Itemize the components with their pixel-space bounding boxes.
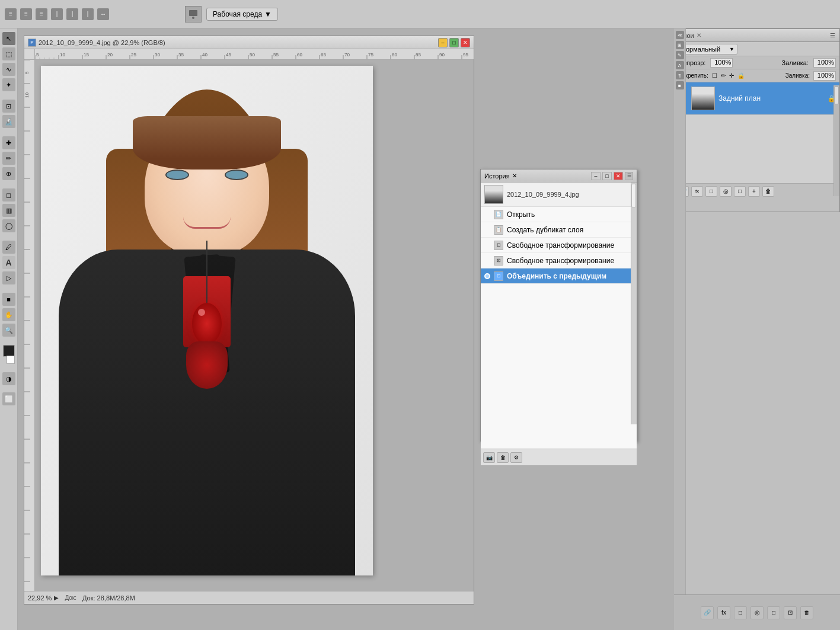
svg-text:35: 35 (178, 52, 184, 57)
left-toolbar: ↖ ⬚ ∿ ✦ ⊡ 🔬 ✚ ✏ ⊕ ◻ ▥ ◯ 🖊 A ▷ ■ ✋ 🔍 ◑ ⬜ (0, 28, 18, 630)
history-scrollbar[interactable] (631, 183, 637, 424)
history-scroll-thumb[interactable] (631, 184, 636, 207)
tool-path[interactable]: ▷ (2, 271, 15, 284)
tool-selection[interactable]: ↖ (2, 32, 15, 45)
tool-trash[interactable]: 🗑 (800, 606, 813, 619)
layer-style-btn[interactable]: fx (691, 186, 703, 197)
delete-layer-btn[interactable]: 🗑 (762, 186, 774, 197)
tool-gradient[interactable]: ▥ (2, 204, 15, 217)
layers-panel: Слои ✕ ☰ Нормальный ▼ Непрозр: 100% Зали… (674, 28, 840, 212)
lock-all-icon[interactable]: 🔒 (737, 72, 745, 79)
tool-eraser[interactable]: ◻ (2, 188, 15, 202)
doc-close-btn[interactable]: ✕ (461, 38, 470, 47)
lock-image-icon[interactable]: ✏ (721, 72, 726, 79)
tool-pen[interactable]: 🖊 (2, 241, 15, 254)
workspace-dropdown-btn[interactable]: Рабочая среда ▼ (206, 8, 278, 21)
history-delete-btn[interactable]: 🗑 (497, 452, 509, 463)
tool-zoom[interactable]: 🔍 (2, 324, 15, 337)
layer-mask-btn[interactable]: □ (705, 186, 717, 197)
fill-lock-input[interactable]: 100% (813, 71, 836, 81)
tool-icon-6[interactable]: | (82, 8, 94, 20)
doc-minimize-btn[interactable]: – (438, 38, 448, 47)
tool-hand[interactable]: ✋ (2, 308, 15, 321)
tool-shapes[interactable]: ■ (2, 293, 15, 306)
tool-icon-3[interactable]: ≡ (36, 8, 47, 20)
tool-heal[interactable]: ✚ (2, 136, 15, 149)
right-tool-5[interactable]: ¶ (676, 71, 684, 79)
tool-icon-5[interactable]: | (66, 8, 78, 20)
background-color[interactable] (7, 356, 15, 364)
doc-restore-btn[interactable]: □ (449, 38, 459, 47)
tool-icon-7[interactable]: ↔ (97, 8, 109, 20)
new-layer-btn[interactable]: + (748, 186, 760, 197)
eyes-area (148, 167, 266, 184)
tool-rect[interactable]: □ (767, 606, 780, 619)
tool-icon-4[interactable]: | (51, 8, 63, 20)
history-close-btn[interactable]: ✕ (614, 172, 623, 180)
tool-screen-mode[interactable]: ⬜ (2, 392, 15, 405)
history-menu-icon[interactable]: ☰ (625, 172, 633, 180)
history-close-icon[interactable]: ✕ (512, 172, 517, 179)
layers-scroll-thumb[interactable] (834, 87, 839, 104)
svg-text:50: 50 (250, 52, 255, 57)
history-item-5[interactable]: ⊡ Объединить с предыдущим (481, 268, 637, 284)
history-expand-btn[interactable]: □ (602, 172, 612, 180)
necklace-chain (206, 241, 207, 312)
tool-square[interactable]: □ (734, 606, 747, 619)
history-settings-btn[interactable]: ⚙ (510, 452, 522, 463)
right-tool-3[interactable]: ✎ (676, 51, 684, 59)
new-group-btn[interactable]: □ (734, 186, 746, 197)
tool-circle[interactable]: ◎ (750, 606, 764, 619)
workspace-selector[interactable]: Рабочая среда ▼ (185, 6, 278, 23)
tool-marquee[interactable]: ⬚ (2, 47, 15, 60)
fill-label: Заливка: (782, 59, 809, 66)
right-tool-4[interactable]: A (676, 61, 684, 69)
lock-position-icon[interactable]: ✛ (729, 72, 734, 79)
tool-text[interactable]: A (2, 256, 15, 269)
tool-link[interactable]: 🔗 (701, 606, 714, 619)
opacity-input[interactable]: 100% (710, 58, 733, 68)
svg-text:60: 60 (297, 52, 302, 57)
layers-scrollbar[interactable] (833, 85, 839, 196)
layers-menu-icon[interactable]: ☰ (829, 32, 836, 39)
history-item-2[interactable]: 📋 Создать дубликат слоя (481, 222, 637, 238)
fill-lock-value: 100% (817, 72, 834, 79)
right-side-tools: ≪ ⊞ ✎ A ¶ ■ (674, 28, 686, 630)
svg-text:20: 20 (107, 52, 113, 57)
tool-resize-right[interactable]: ⊡ (784, 606, 797, 619)
svg-text:10: 10 (60, 52, 65, 57)
tool-magic-wand[interactable]: ✦ (2, 78, 15, 91)
history-item-1[interactable]: 📄 Открыть (481, 207, 637, 222)
doc-icon: P (28, 39, 36, 47)
tool-brush[interactable]: ✏ (2, 152, 15, 165)
tool-quick-mask[interactable]: ◑ (2, 372, 15, 385)
fill-input[interactable]: 100% (813, 58, 836, 68)
blend-mode-value: Нормальный (681, 46, 720, 53)
workspace-label: Рабочая среда (213, 10, 262, 18)
tool-lasso[interactable]: ∿ (2, 63, 15, 76)
tool-crop[interactable]: ⊡ (2, 100, 15, 113)
tool-dodge[interactable]: ◯ (2, 219, 15, 232)
necklace-jewel (192, 303, 222, 344)
foreground-color[interactable] (3, 345, 15, 357)
history-minimize-btn[interactable]: – (591, 172, 601, 180)
history-item-3[interactable]: ⊡ Свободное трансформирование (481, 238, 637, 253)
layer-item-background[interactable]: 👁 Задний план 🔒 (675, 82, 839, 115)
layers-list: 👁 Задний план 🔒 (675, 82, 839, 183)
right-tool-2[interactable]: ⊞ (676, 41, 684, 49)
history-new-snapshot-btn[interactable]: 📷 (483, 452, 495, 463)
bangs (133, 116, 281, 170)
blend-mode-dropdown[interactable]: Нормальный ▼ (678, 44, 737, 55)
right-tool-1[interactable]: ≪ (676, 31, 684, 39)
lock-transparency-icon[interactable]: ☐ (712, 72, 717, 79)
layers-close-icon[interactable]: ✕ (697, 32, 701, 39)
lock-row: Закрепить: ☐ ✏ ✛ 🔒 Заливка: 100% (675, 69, 839, 82)
tool-fx[interactable]: fx (717, 606, 730, 619)
history-item-4[interactable]: ⊡ Свободное трансформирование (481, 253, 637, 268)
right-tool-6[interactable]: ■ (676, 81, 684, 89)
tool-eyedropper[interactable]: 🔬 (2, 115, 15, 128)
tool-icon-2[interactable]: ≡ (20, 8, 32, 20)
adjustment-layer-btn[interactable]: ◎ (720, 186, 732, 197)
tool-clone[interactable]: ⊕ (2, 167, 15, 180)
tool-icon-1[interactable]: ≡ (5, 8, 17, 20)
